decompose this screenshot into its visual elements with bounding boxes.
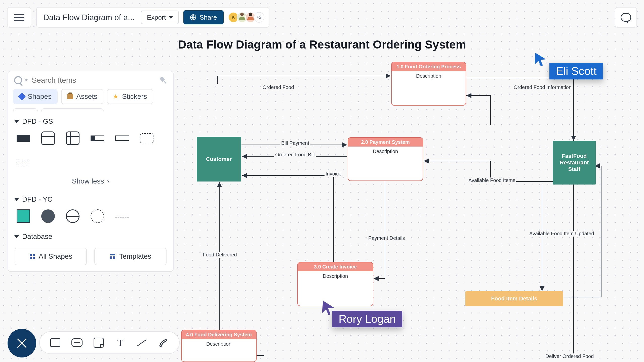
datastore-food-item-details[interactable]: Food Item Details — [465, 291, 563, 306]
process-header: 3.0 Create Invoice — [298, 262, 373, 271]
show-less-button[interactable]: Show less › — [8, 173, 173, 189]
tab-label: Stickers — [122, 93, 147, 101]
avatar-overflow-count[interactable]: +3 — [254, 12, 264, 23]
cursor-icon — [321, 300, 338, 316]
sticky-note-tool[interactable] — [93, 337, 104, 348]
grid-icon — [29, 253, 35, 259]
document-title[interactable]: Data Flow Diagram of a... — [43, 13, 136, 22]
shape-open-rect-fill[interactable] — [91, 131, 104, 145]
process-header: 4.0 Food Delivering System — [182, 330, 256, 339]
export-label: Export — [147, 14, 166, 21]
shape-open-rect[interactable] — [115, 131, 129, 145]
comments-button[interactable] — [615, 7, 637, 28]
svg-rect-6 — [110, 256, 112, 259]
process-2-payment-system[interactable]: 2.0 Payment System Description — [348, 137, 423, 181]
globe-icon — [190, 14, 196, 21]
search-icon — [14, 76, 22, 84]
edge-label: Ordered Food Information — [513, 84, 573, 90]
category-dfd-yc[interactable]: DFD - YC — [8, 189, 173, 206]
close-icon — [16, 338, 27, 349]
shape-split-rect-hv[interactable] — [66, 131, 79, 145]
close-fab-button[interactable] — [8, 329, 36, 357]
edge-label: Food Delivered — [202, 252, 238, 258]
edge-label: Deliver Ordered Food — [544, 353, 595, 359]
text-tool[interactable]: T — [115, 337, 126, 348]
export-button[interactable]: Export — [141, 11, 179, 24]
process-description: Description — [392, 71, 466, 81]
process-header: 2.0 Payment System — [348, 138, 423, 147]
diamond-icon — [18, 93, 26, 100]
templates-button[interactable]: Templates — [94, 248, 167, 265]
caret-down-icon — [14, 235, 19, 238]
tab-label: Assets — [76, 93, 97, 101]
tab-shapes[interactable]: Shapes — [13, 89, 58, 104]
edge-label: Ordered Food — [262, 84, 295, 90]
cursor-icon — [534, 52, 549, 67]
search-scope-button[interactable] — [14, 76, 28, 84]
category-label: DFD - GS — [22, 117, 53, 125]
category-dfd-gs[interactable]: DFD - GS — [8, 111, 173, 128]
category-label: DFD - YC — [22, 195, 53, 203]
shape-filled-rect[interactable] — [17, 131, 30, 145]
search-input[interactable] — [32, 76, 155, 84]
share-button[interactable]: Share — [183, 10, 223, 24]
process-1-food-ordering[interactable]: 1.0 Food Ordering Process Description — [391, 62, 466, 106]
collaborator-name: Eli Scott — [549, 63, 603, 79]
shape-dashed-line[interactable] — [115, 209, 129, 223]
pen-tool[interactable] — [158, 337, 169, 348]
tab-label: Shapes — [28, 93, 52, 101]
chevron-right-icon: › — [107, 177, 109, 185]
briefcase-icon — [67, 94, 73, 99]
shape-split-circle[interactable] — [66, 209, 79, 223]
category-label: Database — [22, 233, 52, 241]
process-description: Description — [298, 271, 373, 281]
svg-rect-2 — [33, 254, 35, 256]
svg-rect-5 — [110, 254, 115, 255]
caret-down-icon — [25, 79, 28, 81]
card-tool[interactable] — [71, 337, 83, 348]
edge-label: Ordered Food Bill — [274, 152, 316, 158]
all-shapes-button[interactable]: All Shapes — [15, 248, 87, 265]
tab-assets[interactable]: Assets — [61, 89, 103, 104]
svg-rect-1 — [30, 254, 32, 256]
edge-label: Bill Payment — [280, 140, 310, 146]
shape-dashed-circle[interactable] — [91, 209, 104, 223]
show-less-label: Show less — [72, 177, 104, 185]
collaborator-avatars[interactable]: K +3 — [228, 12, 264, 23]
process-description: Description — [348, 147, 423, 156]
shape-dashed-rect[interactable] — [140, 131, 153, 145]
caret-down-icon — [169, 16, 173, 19]
hamburger-icon — [14, 14, 24, 21]
pin-icon[interactable] — [158, 75, 169, 85]
collaborator-cursor-eli: Eli Scott — [538, 55, 603, 79]
process-header: 1.0 Food Ordering Process — [392, 62, 466, 71]
shape-split-rect-h[interactable] — [41, 131, 55, 145]
bottom-toolstrip: T — [39, 331, 180, 354]
shapes-panel: Shapes Assets ★ Stickers DFD - GS Show l… — [8, 71, 174, 272]
shape-grid-gs — [8, 128, 173, 173]
edge-label: Invoice — [325, 171, 342, 177]
diagram-title[interactable]: Data Flow Diagram of a Restaurant Orderi… — [178, 38, 466, 51]
entity-staff[interactable]: FastFood Restaurant Staff — [553, 141, 596, 185]
tab-stickers[interactable]: ★ Stickers — [107, 89, 153, 104]
template-icon — [110, 253, 116, 259]
shape-filled-circle[interactable] — [41, 209, 55, 223]
process-description: Description — [182, 339, 256, 349]
main-menu-button[interactable] — [7, 7, 31, 28]
entity-customer[interactable]: Customer — [197, 137, 241, 182]
svg-rect-4 — [33, 257, 35, 259]
edge-label: Available Food Items — [467, 177, 516, 183]
share-label: Share — [199, 14, 217, 21]
process-4-food-delivering[interactable]: 4.0 Food Delivering System Description — [181, 330, 257, 362]
templates-label: Templates — [119, 252, 151, 260]
all-shapes-label: All Shapes — [39, 252, 72, 260]
shape-dashed-bar[interactable] — [17, 156, 30, 170]
category-database[interactable]: Database — [8, 227, 173, 243]
shape-grid-yc — [8, 206, 173, 227]
line-tool[interactable] — [136, 337, 147, 348]
rectangle-tool[interactable] — [50, 337, 61, 348]
edge-label: Payment Details — [367, 235, 406, 241]
star-icon: ★ — [113, 94, 119, 100]
process-3-create-invoice[interactable]: 3.0 Create Invoice Description — [297, 262, 373, 306]
shape-teal-square[interactable] — [17, 209, 30, 223]
